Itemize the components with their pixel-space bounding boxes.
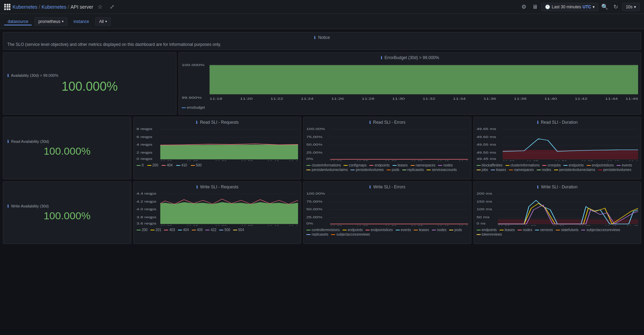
settings-button[interactable]: ⚙ — [519, 2, 529, 12]
refresh-button[interactable]: ↻ — [611, 2, 621, 12]
svg-text:11:20: 11:20 — [498, 224, 510, 226]
row-2: ℹ Read Availability (30d) 100.000% ℹ Rea… — [3, 117, 641, 179]
write-avail-value: 100.000% — [43, 210, 90, 222]
instance-label: instance — [74, 19, 89, 24]
svg-text:2 reqps: 2 reqps — [137, 150, 152, 154]
svg-text:11:20: 11:20 — [160, 160, 172, 161]
tv-button[interactable]: 🖥 — [530, 2, 540, 12]
svg-text:11:40: 11:40 — [607, 160, 619, 161]
svg-text:11:30: 11:30 — [385, 160, 397, 161]
read-avail-value: 100.000% — [43, 145, 90, 157]
breadcrumb-kubernetes2[interactable]: Kubernetes — [42, 4, 67, 10]
svg-text:4.4 reqps: 4.4 reqps — [137, 191, 156, 195]
read-avail-title: Read Availability (30d) — [11, 139, 49, 144]
svg-text:11:40: 11:40 — [267, 160, 279, 161]
breadcrumb-api-server: API server — [71, 4, 93, 10]
chevron-down-icon: ▾ — [593, 5, 595, 9]
all-caret: ▾ — [105, 19, 107, 23]
notice-title: ℹ Notice — [7, 35, 637, 40]
svg-text:3.8 reqps: 3.8 reqps — [137, 215, 156, 219]
svg-text:150 ms: 150 ms — [477, 199, 492, 203]
svg-marker-7 — [209, 65, 638, 94]
svg-text:6 reqps: 6 reqps — [137, 135, 152, 138]
prometheus-caret: ▾ — [62, 19, 64, 23]
svg-text:11:25: 11:25 — [187, 224, 198, 226]
write-sli-duration-panel: ℹ Write SLI - Duration 200 ms 150 ms 100… — [473, 181, 641, 244]
read-sli-requests-panel: ℹ Read SLI - Requests 8 reqps 6 reqps 4 … — [133, 117, 301, 179]
utc-label: UTC — [583, 5, 591, 9]
svg-text:11:40: 11:40 — [605, 224, 617, 226]
svg-text:3.6 reqps: 3.6 reqps — [137, 222, 156, 225]
breadcrumb: Kubernetes / Kubernetes / API server — [13, 4, 93, 10]
info-icon: ℹ — [314, 35, 315, 40]
error-budget-legend: errorbudget — [182, 106, 638, 109]
svg-text:11:46: 11:46 — [626, 97, 638, 100]
all-filter[interactable]: All ▾ — [95, 17, 110, 26]
svg-text:11:30: 11:30 — [385, 224, 397, 226]
svg-text:75.00%: 75.00% — [306, 135, 322, 138]
svg-text:100.000%: 100.000% — [182, 63, 205, 67]
svg-text:11:20: 11:20 — [503, 160, 514, 161]
read-sli-req-legend: 0 200 404 410 500 — [137, 163, 298, 167]
svg-text:11:30: 11:30 — [555, 160, 567, 161]
prometheus-label: prometheus — [38, 19, 60, 24]
datasource-label: datasource — [8, 19, 28, 24]
read-sli-errors-panel: ℹ Read SLI - Errors 100.00% 75.00% 50.00… — [303, 117, 471, 179]
svg-text:11:25: 11:25 — [187, 160, 198, 161]
row-1: ℹ Availability (30d) > 99.000% 100.000% … — [3, 52, 641, 115]
svg-text:11:30: 11:30 — [392, 97, 405, 100]
time-range-button[interactable]: 🕐 Last 30 minutes UTC ▾ — [541, 3, 598, 11]
svg-text:11:20: 11:20 — [330, 160, 342, 161]
write-sli-req-title: Write SLI - Requests — [200, 185, 238, 189]
svg-text:11:25: 11:25 — [524, 224, 536, 226]
svg-text:11:30: 11:30 — [215, 224, 227, 226]
svg-text:11:44: 11:44 — [605, 97, 618, 100]
svg-text:11:24: 11:24 — [301, 97, 314, 100]
svg-text:11:35: 11:35 — [579, 224, 591, 226]
write-avail-info-icon: ℹ — [7, 204, 9, 208]
star-button[interactable]: ☆ — [95, 2, 105, 12]
svg-text:11:40: 11:40 — [267, 224, 279, 226]
availability-panel: ℹ Availability (30d) > 99.000% 100.000% — [3, 52, 176, 115]
svg-text:100 ms: 100 ms — [477, 207, 492, 211]
share-button[interactable]: ⤢ — [107, 2, 117, 12]
interval-button[interactable]: 10s ▾ — [622, 3, 640, 11]
svg-text:11:35: 11:35 — [411, 224, 423, 226]
eb-info-icon: ℹ — [381, 56, 382, 60]
write-sli-errors-panel: ℹ Write SLI - Errors 100.00% 75.00% 50.0… — [303, 181, 471, 244]
svg-text:11:38: 11:38 — [514, 97, 527, 100]
search-button[interactable]: 🔍 — [600, 2, 610, 12]
svg-text:100.00%: 100.00% — [306, 191, 325, 195]
error-budget-panel: ℹ ErrorBudget (30d) > 99.000% 100.000% 9… — [179, 52, 641, 115]
read-sli-duration-panel: ℹ Read SLI - Duration 49.65 ms 49.60 ms … — [473, 117, 641, 179]
svg-text:8 reqps: 8 reqps — [137, 127, 152, 130]
svg-text:11:32: 11:32 — [423, 97, 436, 100]
svg-text:11:45: 11:45 — [459, 160, 468, 161]
svg-text:11:45: 11:45 — [629, 160, 638, 161]
instance-filter[interactable]: instance — [70, 18, 93, 25]
svg-text:11:45: 11:45 — [459, 224, 468, 226]
svg-text:11:20: 11:20 — [240, 97, 253, 100]
row-3: ℹ Write Availability (30d) 100.000% ℹ Wr… — [3, 181, 641, 244]
nav-left: Kubernetes / Kubernetes / API server ☆ ⤢ — [4, 2, 117, 12]
svg-text:99.900%: 99.900% — [182, 96, 202, 99]
svg-text:50.00%: 50.00% — [306, 143, 322, 146]
svg-text:0 ns: 0 ns — [477, 222, 486, 225]
svg-text:200 ms: 200 ms — [477, 191, 492, 195]
svg-text:49.50 ms: 49.50 ms — [477, 150, 496, 154]
write-sli-err-legend: controllerrevisions endpoints endpointsl… — [306, 228, 468, 236]
grid-icon[interactable] — [4, 4, 10, 10]
svg-text:11:25: 11:25 — [526, 160, 538, 161]
svg-text:0%: 0% — [306, 222, 313, 225]
svg-text:11:45: 11:45 — [289, 160, 298, 161]
nav-right: ⚙ 🖥 🕐 Last 30 minutes UTC ▾ 🔍 ↻ 10s ▾ — [519, 2, 640, 12]
prometheus-filter[interactable]: prometheus ▾ — [34, 17, 67, 26]
datasource-filter[interactable]: datasource — [4, 18, 32, 25]
svg-text:11:34: 11:34 — [453, 97, 466, 100]
breadcrumb-kubernetes1[interactable]: Kubernetes — [13, 4, 38, 10]
svg-text:49.65 ms: 49.65 ms — [477, 127, 496, 130]
write-sli-requests-panel: ℹ Write SLI - Requests 4.4 reqps 4.2 req… — [133, 181, 301, 244]
svg-text:11:35: 11:35 — [411, 160, 423, 161]
svg-text:11:35: 11:35 — [581, 160, 593, 161]
read-sli-dur-legend: blockaffinities clusterinformations cron… — [477, 163, 638, 172]
